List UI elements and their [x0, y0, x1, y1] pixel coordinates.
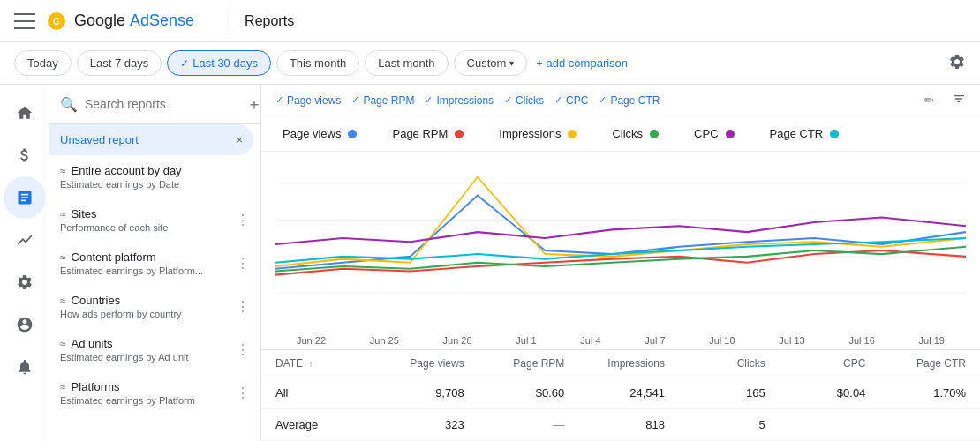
tab-page-views[interactable]: ✓ Page views [275, 94, 341, 107]
cell-pagectr-average [865, 418, 966, 431]
cell-impressions-average: 818 [564, 418, 665, 431]
chart-area: ✓ Page views ✓ Page RPM ✓ Impressions ✓ … [261, 85, 980, 441]
tab-cpc[interactable]: ✓ CPC [554, 94, 588, 107]
col-header-impressions: Impressions [564, 357, 665, 370]
nav-earnings[interactable] [4, 134, 46, 176]
check-icon: ✓ [180, 57, 189, 70]
table-row-average[interactable]: Average 323 — 818 5 [261, 409, 980, 441]
x-label: Jun 22 [297, 335, 326, 346]
filter-bar: Today Last 7 days ✓ Last 30 days This mo… [0, 42, 980, 85]
x-label: Jun 28 [443, 335, 472, 346]
tab-clicks[interactable]: ✓ Clicks [504, 94, 544, 107]
x-label: Jul 7 [645, 335, 665, 346]
settings-icon[interactable] [948, 53, 966, 73]
nav-account[interactable] [4, 303, 46, 346]
x-axis-labels: Jun 22 Jun 25 Jun 28 Jul 1 Jul 4 Jul 7 J… [261, 333, 980, 349]
table-header-row: DATE ↑ Page views Page RPM Impressions C… [261, 350, 980, 377]
cell-cpc-average [765, 418, 866, 431]
search-icon: 🔍 [60, 96, 78, 113]
edit-metrics-icon[interactable]: ✏ [924, 93, 934, 107]
col-header-cpc: CPC [765, 357, 866, 370]
top-bar: G Google AdSense Reports [0, 0, 980, 42]
metric-tabs: ✓ Page views ✓ Page RPM ✓ Impressions ✓ … [261, 85, 980, 116]
x-label: Jul 1 [516, 335, 536, 346]
col-header-pagerpm: Page RPM [464, 357, 565, 370]
nav-home[interactable] [4, 92, 46, 134]
x-label: Jun 25 [370, 335, 399, 346]
nav-alerts[interactable] [4, 346, 46, 388]
filter-thismonth[interactable]: This month [276, 50, 359, 76]
legend-page-ctr: Page CTR [770, 127, 840, 140]
sidebar-item-countries[interactable]: ≈ Countries How ads perform by country ⋮ [49, 285, 260, 328]
x-label: Jul 10 [709, 335, 735, 346]
legend-clicks: Clicks [612, 127, 659, 140]
google-adsense-logo: G [46, 11, 67, 32]
legend-page-views: Page views [283, 127, 357, 140]
tab-page-ctr[interactable]: ✓ Page CTR [599, 94, 660, 107]
more-icon[interactable]: ⋮ [236, 341, 250, 358]
main-layout: 🔍 ＋ Unsaved report × ≈ Entire account by… [0, 85, 980, 441]
legend-dot-cpc [726, 130, 735, 138]
search-bar: 🔍 ＋ [49, 85, 260, 124]
col-header-pageviews: Page views [364, 357, 464, 370]
more-icon[interactable]: ⋮ [236, 298, 250, 315]
cell-pageviews-all: 9,708 [364, 386, 464, 400]
chart-canvas-wrapper [261, 152, 980, 333]
chevron-down-icon: ▾ [509, 58, 514, 68]
sidebar: 🔍 ＋ Unsaved report × ≈ Entire account by… [49, 85, 261, 441]
active-report-item: Unsaved report × [49, 124, 253, 155]
add-comparison-button[interactable]: + add comparison [536, 56, 628, 70]
sidebar-item-entire-account[interactable]: ≈ Entire account by day Estimated earnin… [49, 155, 260, 198]
cell-pagerpm-average: — [464, 418, 565, 431]
tab-page-rpm[interactable]: ✓ Page RPM [351, 94, 414, 107]
page-title: Reports [245, 13, 294, 29]
svg-text:G: G [53, 17, 60, 26]
cell-clicks-average: 5 [665, 418, 765, 431]
nav-reports[interactable] [4, 176, 46, 219]
legend-dot-clicks [650, 130, 659, 138]
col-header-clicks: Clicks [665, 357, 765, 370]
close-report-icon[interactable]: × [236, 133, 243, 146]
cell-date-average: Average [275, 418, 364, 431]
nav-settings[interactable] [4, 261, 46, 303]
filter-icon[interactable] [952, 92, 966, 108]
filter-custom[interactable]: Custom ▾ [454, 50, 528, 76]
more-icon[interactable]: ⋮ [236, 385, 250, 401]
legend-dot-impressions [568, 130, 577, 138]
x-label: Jul 16 [848, 335, 874, 346]
col-header-date[interactable]: DATE ↑ [275, 357, 364, 370]
filter-last7[interactable]: Last 7 days [77, 50, 162, 76]
more-icon[interactable]: ⋮ [236, 255, 250, 272]
legend-page-rpm: Page RPM [392, 127, 464, 140]
sidebar-item-content-platform[interactable]: ≈ Content platform Estimated earnings by… [49, 242, 260, 285]
left-nav [0, 85, 49, 441]
search-input[interactable] [85, 97, 239, 111]
active-report-label: Unsaved report [60, 133, 139, 146]
table-row-all[interactable]: All 9,708 $0.60 24,541 165 $0.04 1.70% [261, 377, 980, 409]
cell-pagectr-all: 1.70% [865, 386, 966, 400]
header-divider [230, 11, 230, 32]
data-table: DATE ↑ Page views Page RPM Impressions C… [261, 349, 980, 441]
cell-cpc-all: $0.04 [765, 386, 866, 400]
filter-last30[interactable]: ✓ Last 30 days [167, 50, 271, 76]
legend-impressions: Impressions [499, 127, 577, 140]
add-report-icon[interactable]: ＋ [246, 93, 261, 115]
legend-dot-page-ctr [830, 130, 839, 138]
more-icon[interactable]: ⋮ [236, 212, 250, 228]
menu-icon[interactable] [14, 11, 35, 32]
sidebar-item-sites[interactable]: ≈ Sites Performance of each site ⋮ [49, 198, 260, 242]
chart-legend: Page views Page RPM Impressions Clicks C… [261, 116, 980, 152]
app-name: Google AdSense [74, 11, 194, 30]
legend-dot-page-views [348, 130, 357, 138]
cell-pagerpm-all: $0.60 [464, 386, 565, 400]
cell-pageviews-average: 323 [364, 418, 464, 431]
tab-impressions[interactable]: ✓ Impressions [425, 94, 494, 107]
sidebar-item-platforms[interactable]: ≈ Platforms Estimated earnings by Platfo… [49, 371, 260, 415]
filter-lastmonth[interactable]: Last month [365, 50, 448, 76]
sort-icon: ↑ [308, 359, 313, 369]
cell-date-all: All [275, 386, 364, 400]
nav-optimization[interactable] [4, 219, 46, 261]
x-label: Jul 4 [580, 335, 600, 346]
filter-today[interactable]: Today [14, 50, 72, 76]
sidebar-item-ad-units[interactable]: ≈ Ad units Estimated earnings by Ad unit… [49, 328, 260, 371]
